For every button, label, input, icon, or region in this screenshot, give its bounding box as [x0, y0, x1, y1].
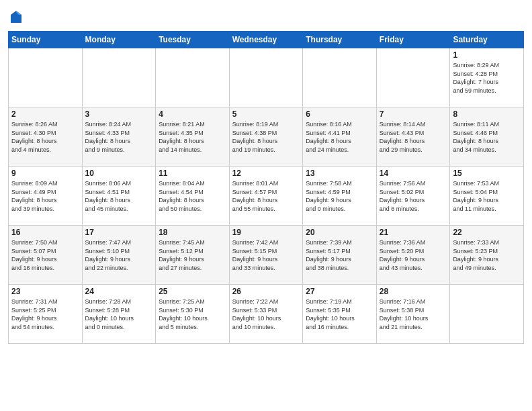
day-cell: 21Sunrise: 7:36 AM Sunset: 5:20 PM Dayli…	[376, 226, 450, 285]
header-area	[8, 7, 524, 26]
day-info: Sunrise: 8:06 AM Sunset: 4:51 PM Dayligh…	[85, 179, 153, 213]
day-cell: 7Sunrise: 8:14 AM Sunset: 4:43 PM Daylig…	[376, 107, 450, 167]
day-cell	[303, 48, 377, 107]
day-info: Sunrise: 8:29 AM Sunset: 4:28 PM Dayligh…	[453, 61, 521, 95]
col-header-wednesday: Wednesday	[229, 32, 303, 48]
day-info: Sunrise: 8:16 AM Sunset: 4:41 PM Dayligh…	[306, 120, 373, 154]
calendar: SundayMondayTuesdayWednesdayThursdayFrid…	[8, 31, 524, 344]
day-number: 26	[232, 287, 300, 296]
day-cell: 18Sunrise: 7:45 AM Sunset: 5:12 PM Dayli…	[156, 226, 230, 285]
day-number: 4	[159, 109, 226, 119]
logo	[8, 9, 27, 26]
calendar-header-row: SundayMondayTuesdayWednesdayThursdayFrid…	[9, 32, 524, 48]
day-cell: 26Sunrise: 7:22 AM Sunset: 5:33 PM Dayli…	[229, 285, 303, 344]
day-info: Sunrise: 7:31 AM Sunset: 5:25 PM Dayligh…	[11, 298, 79, 331]
day-info: Sunrise: 7:53 AM Sunset: 5:04 PM Dayligh…	[453, 179, 521, 213]
day-info: Sunrise: 8:11 AM Sunset: 4:46 PM Dayligh…	[453, 120, 521, 154]
day-info: Sunrise: 7:22 AM Sunset: 5:33 PM Dayligh…	[232, 298, 300, 331]
week-row-3: 16Sunrise: 7:50 AM Sunset: 5:07 PM Dayli…	[9, 226, 524, 285]
day-cell: 9Sunrise: 8:09 AM Sunset: 4:49 PM Daylig…	[9, 167, 83, 226]
day-info: Sunrise: 7:45 AM Sunset: 5:12 PM Dayligh…	[159, 238, 226, 272]
day-cell	[82, 48, 156, 107]
day-cell: 15Sunrise: 7:53 AM Sunset: 5:04 PM Dayli…	[450, 167, 524, 226]
day-info: Sunrise: 7:16 AM Sunset: 5:38 PM Dayligh…	[380, 298, 447, 331]
day-cell: 23Sunrise: 7:31 AM Sunset: 5:25 PM Dayli…	[9, 285, 83, 344]
col-header-saturday: Saturday	[450, 32, 524, 48]
day-cell: 4Sunrise: 8:21 AM Sunset: 4:35 PM Daylig…	[156, 107, 230, 167]
day-number: 23	[11, 287, 79, 296]
day-number: 28	[380, 287, 447, 296]
day-cell: 11Sunrise: 8:04 AM Sunset: 4:54 PM Dayli…	[156, 167, 230, 226]
day-cell: 20Sunrise: 7:39 AM Sunset: 5:17 PM Dayli…	[303, 226, 377, 285]
day-info: Sunrise: 7:39 AM Sunset: 5:17 PM Dayligh…	[306, 238, 373, 272]
day-cell	[229, 48, 303, 107]
day-number: 16	[11, 228, 79, 237]
day-cell: 27Sunrise: 7:19 AM Sunset: 5:35 PM Dayli…	[303, 285, 377, 344]
day-number: 20	[306, 228, 373, 237]
day-number: 14	[380, 169, 447, 178]
day-info: Sunrise: 7:19 AM Sunset: 5:35 PM Dayligh…	[306, 298, 373, 331]
day-info: Sunrise: 7:50 AM Sunset: 5:07 PM Dayligh…	[11, 238, 79, 272]
day-number: 17	[85, 228, 153, 237]
day-cell	[376, 48, 450, 107]
week-row-0: 1Sunrise: 8:29 AM Sunset: 4:28 PM Daylig…	[9, 48, 524, 107]
day-cell: 6Sunrise: 8:16 AM Sunset: 4:41 PM Daylig…	[303, 107, 377, 167]
day-number: 2	[11, 109, 79, 119]
day-number: 9	[11, 169, 79, 178]
day-info: Sunrise: 7:56 AM Sunset: 5:02 PM Dayligh…	[380, 179, 447, 213]
day-info: Sunrise: 8:04 AM Sunset: 4:54 PM Dayligh…	[159, 179, 226, 213]
day-cell	[9, 48, 83, 107]
day-number: 19	[232, 228, 300, 237]
week-row-1: 2Sunrise: 8:26 AM Sunset: 4:30 PM Daylig…	[9, 107, 524, 167]
day-number: 18	[159, 228, 226, 237]
day-cell	[156, 48, 230, 107]
day-number: 10	[85, 169, 153, 178]
col-header-monday: Monday	[82, 32, 156, 48]
day-cell: 14Sunrise: 7:56 AM Sunset: 5:02 PM Dayli…	[376, 167, 450, 226]
day-info: Sunrise: 8:19 AM Sunset: 4:38 PM Dayligh…	[232, 120, 300, 154]
day-info: Sunrise: 7:28 AM Sunset: 5:28 PM Dayligh…	[85, 298, 153, 331]
day-cell: 25Sunrise: 7:25 AM Sunset: 5:30 PM Dayli…	[156, 285, 230, 344]
day-cell: 3Sunrise: 8:24 AM Sunset: 4:33 PM Daylig…	[82, 107, 156, 167]
day-cell	[450, 285, 524, 344]
day-cell: 1Sunrise: 8:29 AM Sunset: 4:28 PM Daylig…	[450, 48, 524, 107]
day-number: 11	[159, 169, 226, 178]
day-number: 22	[453, 228, 521, 237]
day-number: 25	[159, 287, 226, 296]
col-header-thursday: Thursday	[303, 32, 377, 48]
page: SundayMondayTuesdayWednesdayThursdayFrid…	[0, 0, 532, 411]
day-number: 7	[380, 109, 447, 119]
day-info: Sunrise: 8:09 AM Sunset: 4:49 PM Dayligh…	[11, 179, 79, 213]
day-cell: 13Sunrise: 7:58 AM Sunset: 4:59 PM Dayli…	[303, 167, 377, 226]
day-cell: 10Sunrise: 8:06 AM Sunset: 4:51 PM Dayli…	[82, 167, 156, 226]
day-number: 15	[453, 169, 521, 178]
day-number: 13	[306, 169, 373, 178]
day-info: Sunrise: 8:24 AM Sunset: 4:33 PM Dayligh…	[85, 120, 153, 154]
day-info: Sunrise: 8:21 AM Sunset: 4:35 PM Dayligh…	[159, 120, 226, 154]
day-number: 24	[85, 287, 153, 296]
day-info: Sunrise: 8:01 AM Sunset: 4:57 PM Dayligh…	[232, 179, 300, 213]
day-cell: 22Sunrise: 7:33 AM Sunset: 5:23 PM Dayli…	[450, 226, 524, 285]
col-header-sunday: Sunday	[9, 32, 83, 48]
day-number: 5	[232, 109, 300, 119]
day-cell: 17Sunrise: 7:47 AM Sunset: 5:10 PM Dayli…	[82, 226, 156, 285]
day-number: 1	[453, 50, 521, 60]
day-number: 21	[380, 228, 447, 237]
day-info: Sunrise: 7:42 AM Sunset: 5:15 PM Dayligh…	[232, 238, 300, 272]
col-header-tuesday: Tuesday	[156, 32, 230, 48]
day-info: Sunrise: 7:36 AM Sunset: 5:20 PM Dayligh…	[380, 238, 447, 272]
day-info: Sunrise: 7:47 AM Sunset: 5:10 PM Dayligh…	[85, 238, 153, 272]
day-info: Sunrise: 8:26 AM Sunset: 4:30 PM Dayligh…	[11, 120, 79, 154]
logo-icon	[8, 9, 24, 26]
day-number: 8	[453, 109, 521, 119]
day-cell: 16Sunrise: 7:50 AM Sunset: 5:07 PM Dayli…	[9, 226, 83, 285]
day-info: Sunrise: 7:25 AM Sunset: 5:30 PM Dayligh…	[159, 298, 226, 331]
day-number: 6	[306, 109, 373, 119]
day-number: 12	[232, 169, 300, 178]
day-cell: 2Sunrise: 8:26 AM Sunset: 4:30 PM Daylig…	[9, 107, 83, 167]
day-cell: 8Sunrise: 8:11 AM Sunset: 4:46 PM Daylig…	[450, 107, 524, 167]
day-info: Sunrise: 8:14 AM Sunset: 4:43 PM Dayligh…	[380, 120, 447, 154]
day-info: Sunrise: 7:58 AM Sunset: 4:59 PM Dayligh…	[306, 179, 373, 213]
week-row-4: 23Sunrise: 7:31 AM Sunset: 5:25 PM Dayli…	[9, 285, 524, 344]
col-header-friday: Friday	[376, 32, 450, 48]
